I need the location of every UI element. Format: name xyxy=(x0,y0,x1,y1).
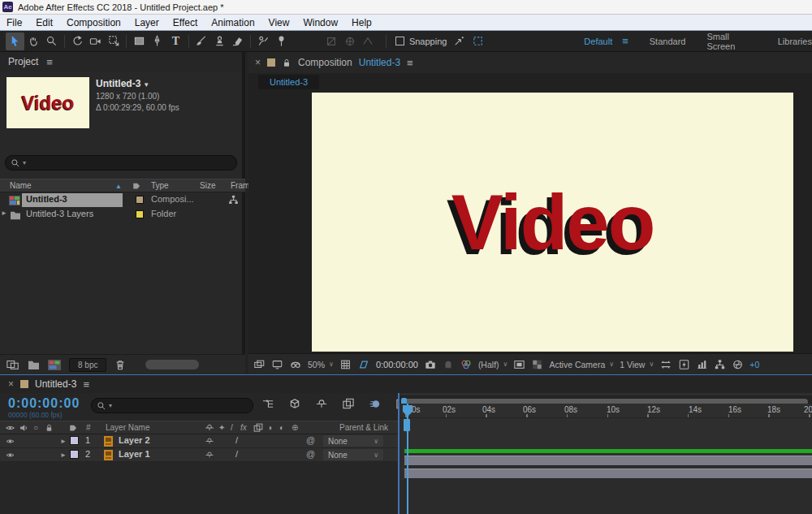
layer-row-2[interactable]: ► 2 Layer 1 / @ None ∨ xyxy=(0,448,398,462)
adjustment-switch-icon[interactable]: ◐ xyxy=(279,423,284,432)
layer-color-swatch[interactable] xyxy=(70,436,79,445)
bit-depth-button[interactable]: 8 bpc xyxy=(69,358,106,372)
primary-viewer-icon[interactable] xyxy=(271,359,283,370)
type-tool-icon[interactable]: T xyxy=(166,32,184,50)
zoom-tool-icon[interactable] xyxy=(42,32,60,50)
parent-dropdown[interactable]: None ∨ xyxy=(323,435,383,447)
lock-icon[interactable] xyxy=(282,58,292,68)
item-caret-icon[interactable]: ▼ xyxy=(143,81,149,89)
snapping-checkbox[interactable] xyxy=(395,37,404,45)
menu-help[interactable]: Help xyxy=(352,17,372,28)
column-size[interactable]: Size xyxy=(200,181,215,190)
time-ruler[interactable]: :00s 02s 04s 06s 08s 10s 12s 14s 16s 18s… xyxy=(398,404,812,418)
number-column[interactable]: # xyxy=(86,423,91,432)
hand-tool-icon[interactable] xyxy=(24,32,42,50)
resolution-dropdown[interactable]: (Half) ∨ xyxy=(478,360,508,369)
label-color-chip[interactable] xyxy=(136,196,144,204)
quality-toggle-icon[interactable]: / xyxy=(235,449,238,459)
grid-and-guides-icon[interactable] xyxy=(339,359,352,370)
composition-canvas[interactable]: Video xyxy=(312,93,793,352)
trash-icon[interactable] xyxy=(114,359,126,371)
brush-tool-icon[interactable] xyxy=(192,32,210,50)
snap-marquee-icon[interactable] xyxy=(469,32,486,50)
new-folder-icon[interactable] xyxy=(28,360,40,370)
close-panel-icon[interactable]: × xyxy=(255,57,261,68)
selection-tool-icon[interactable] xyxy=(6,32,24,50)
view-layout-dropdown[interactable]: 1 View ∨ xyxy=(620,360,654,369)
shy-toggle-icon[interactable] xyxy=(205,437,214,446)
workspace-libraries[interactable]: Libraries xyxy=(778,37,812,46)
menu-animation[interactable]: Animation xyxy=(211,17,254,28)
project-search-input[interactable] xyxy=(28,158,187,167)
workspace-menu-icon[interactable]: ≡ xyxy=(622,35,628,47)
project-row-folder[interactable]: ► Untitled-3 Layers Folder xyxy=(0,208,245,222)
frame-blending-icon[interactable] xyxy=(342,398,355,410)
parent-link-column[interactable]: Parent & Link xyxy=(339,423,388,432)
video-eye-icon[interactable] xyxy=(5,451,15,460)
timeline-panel-menu-icon[interactable]: ≡ xyxy=(83,378,89,391)
eraser-tool-icon[interactable] xyxy=(228,32,246,50)
fast-previews-icon[interactable] xyxy=(678,359,690,370)
shy-layers-icon[interactable] xyxy=(315,398,328,410)
layer-row-1[interactable]: ► 1 Layer 2 / @ None ∨ xyxy=(0,434,398,448)
project-item-name[interactable]: Untitled-3 xyxy=(96,78,140,89)
menu-effect[interactable]: Effect xyxy=(173,17,197,28)
timeline-search-box[interactable]: ▾ xyxy=(91,398,253,413)
quality-toggle-icon[interactable]: / xyxy=(235,435,238,445)
layer-duration-bar-2[interactable] xyxy=(404,469,812,479)
frame-blend-switch-icon[interactable] xyxy=(253,423,263,433)
timeline-tab-bar[interactable]: × Untitled-3 ≡ xyxy=(0,375,812,393)
column-frame[interactable]: Fram xyxy=(231,181,249,190)
rotation-tool-icon[interactable] xyxy=(68,32,86,50)
column-type[interactable]: Type xyxy=(151,181,169,190)
video-eye-icon[interactable] xyxy=(5,437,15,446)
3d-switch-icon[interactable]: ⊕ xyxy=(292,423,298,432)
exposure-icon[interactable] xyxy=(732,359,744,370)
pen-tool-icon[interactable] xyxy=(149,32,166,50)
stereo-3d-glasses-icon[interactable] xyxy=(289,359,302,370)
show-channel-icon[interactable] xyxy=(460,359,473,370)
workspace-default[interactable]: Default xyxy=(584,37,612,46)
audio-column-icon[interactable] xyxy=(19,423,29,433)
search-options-icon[interactable]: ▾ xyxy=(23,159,26,166)
layer-name[interactable]: Layer 2 xyxy=(119,435,150,445)
composition-tab[interactable]: Untitled-3 xyxy=(258,75,319,89)
layer-name[interactable]: Layer 1 xyxy=(119,449,150,459)
always-preview-icon[interactable] xyxy=(253,359,266,370)
motion-blur-icon[interactable] xyxy=(369,398,382,410)
row-name[interactable]: Untitled-3 xyxy=(26,194,67,204)
puppet-pin-tool-icon[interactable] xyxy=(272,32,290,50)
horizontal-scrollbar-thumb[interactable] xyxy=(145,360,199,369)
layer-color-swatch[interactable] xyxy=(70,450,79,459)
label-color-chip[interactable] xyxy=(136,210,144,218)
rectangle-tool-icon[interactable] xyxy=(130,32,148,50)
parent-dropdown[interactable]: None ∨ xyxy=(323,449,383,460)
label-column-icon[interactable] xyxy=(68,423,78,433)
close-panel-icon[interactable]: × xyxy=(8,378,14,390)
lock-column-icon[interactable] xyxy=(45,423,54,433)
new-composition-icon[interactable] xyxy=(48,360,61,370)
column-name[interactable]: Name xyxy=(10,181,32,190)
shy-switch-icon[interactable] xyxy=(205,423,214,433)
interpret-footage-icon[interactable] xyxy=(6,359,19,370)
pan-behind-tool-icon[interactable] xyxy=(105,32,123,50)
menu-layer[interactable]: Layer xyxy=(135,17,159,28)
project-search-box[interactable]: ▾ xyxy=(5,155,237,171)
title-bar[interactable]: Ae Adobe After Effects CC 2018 - Untitle… xyxy=(0,0,812,15)
folder-expand-icon[interactable]: ► xyxy=(1,209,7,217)
region-of-interest-icon[interactable] xyxy=(357,359,370,370)
exposure-value[interactable]: +0 xyxy=(749,360,759,369)
3d-view-dropdown[interactable]: Active Camera ∨ xyxy=(549,360,614,369)
expand-arrow-icon[interactable]: ► xyxy=(60,451,67,459)
playhead-handle[interactable] xyxy=(404,419,410,431)
project-panel-tab[interactable]: Project ≡ xyxy=(0,52,242,71)
row-name[interactable]: Untitled-3 Layers xyxy=(26,209,93,218)
sort-ascending-icon[interactable]: ▲ xyxy=(115,183,122,190)
transparency-grid-icon[interactable] xyxy=(531,359,543,370)
snap-to-features-icon[interactable] xyxy=(450,32,468,50)
pickwhip-icon[interactable]: @ xyxy=(306,449,315,459)
roto-brush-tool-icon[interactable] xyxy=(254,32,272,50)
layer-duration-bar-1[interactable] xyxy=(404,456,812,466)
pickwhip-icon[interactable]: @ xyxy=(306,435,315,445)
project-row-composition[interactable]: Untitled-3 Composi... xyxy=(0,193,245,208)
